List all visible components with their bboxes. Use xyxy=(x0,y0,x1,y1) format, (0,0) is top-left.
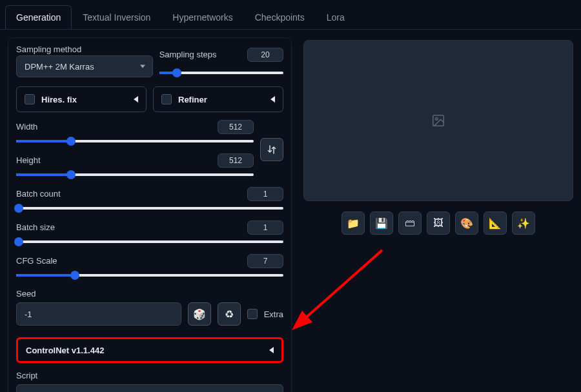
seed-random-button[interactable]: 🎲 xyxy=(188,302,211,326)
folder-icon: 📁 xyxy=(347,217,360,230)
image-placeholder-icon xyxy=(431,113,445,128)
width-slider[interactable] xyxy=(16,137,254,146)
save-icon: 💾 xyxy=(375,217,388,230)
script-select[interactable]: None xyxy=(16,384,283,392)
swap-dimensions-button[interactable] xyxy=(260,138,283,161)
zip-button[interactable]: 🗃 xyxy=(398,211,422,235)
batch-count-label: Batch count xyxy=(16,189,61,199)
controlnet-label: ControlNet v1.1.442 xyxy=(26,346,104,355)
save-button[interactable]: 💾 xyxy=(370,211,393,235)
palette-icon: 🎨 xyxy=(460,217,473,230)
seed-extra-checkbox[interactable] xyxy=(247,309,258,319)
refiner-label: Refiner xyxy=(178,95,207,104)
image-preview[interactable] xyxy=(303,40,573,201)
seed-reuse-button[interactable]: ♻ xyxy=(218,302,241,326)
width-value[interactable]: 512 xyxy=(218,120,254,134)
swap-icon xyxy=(267,144,277,155)
send-to-inpaint-button[interactable]: 🎨 xyxy=(455,211,478,235)
image-icon: 🖼 xyxy=(433,217,443,229)
send-to-extras-button[interactable]: 📐 xyxy=(484,211,507,235)
chevron-left-icon xyxy=(134,96,138,103)
hires-fix-label: Hires. fix xyxy=(41,95,77,104)
width-label: Width xyxy=(16,122,37,132)
sparkles-icon: ✨ xyxy=(517,217,530,230)
batch-count-value[interactable]: 1 xyxy=(247,187,283,201)
sampling-method-label: Sampling method xyxy=(16,44,153,54)
svg-point-1 xyxy=(435,117,438,120)
batch-size-slider[interactable] xyxy=(16,237,283,246)
output-panel: 📁 💾 🗃 🖼 🎨 📐 ✨ xyxy=(303,37,573,392)
settings-panel: Sampling method DPM++ 2M Karras Sampling… xyxy=(8,37,292,392)
seed-extra-label: Extra xyxy=(264,309,283,319)
sampling-steps-slider[interactable] xyxy=(159,68,283,77)
cfg-scale-slider[interactable] xyxy=(16,271,283,280)
batch-count-slider[interactable] xyxy=(16,204,283,213)
script-label: Script xyxy=(16,371,283,380)
cfg-scale-label: CFG Scale xyxy=(16,256,57,266)
refiner-checkbox[interactable] xyxy=(161,94,172,104)
open-folder-button[interactable]: 📁 xyxy=(341,211,365,235)
hires-fix-accordion[interactable]: Hires. fix xyxy=(16,86,147,112)
controlnet-accordion[interactable]: ControlNet v1.1.442 xyxy=(16,337,283,363)
batch-size-label: Batch size xyxy=(16,222,55,232)
tab-checkpoints[interactable]: Checkpoints xyxy=(244,5,316,29)
archive-icon: 🗃 xyxy=(405,217,415,229)
tab-textual-inversion[interactable]: Textual Inversion xyxy=(72,5,161,29)
ruler-icon: 📐 xyxy=(489,217,502,230)
send-to-img2img-button[interactable]: 🖼 xyxy=(427,211,450,235)
tab-generation[interactable]: Generation xyxy=(5,5,72,29)
cfg-scale-value[interactable]: 7 xyxy=(247,254,283,268)
height-label: Height xyxy=(16,155,41,165)
refiner-accordion[interactable]: Refiner xyxy=(153,86,283,112)
dice-icon: 🎲 xyxy=(193,308,206,320)
tab-hypernetworks[interactable]: Hypernetworks xyxy=(161,5,243,29)
sampling-steps-label: Sampling steps xyxy=(159,50,217,59)
output-actions: 📁 💾 🗃 🖼 🎨 📐 ✨ xyxy=(303,211,573,235)
upscale-button[interactable]: ✨ xyxy=(512,211,535,235)
sampling-method-value: DPM++ 2M Karras xyxy=(25,62,94,72)
height-slider[interactable] xyxy=(16,170,254,179)
batch-size-value[interactable]: 1 xyxy=(247,220,283,235)
tab-lora[interactable]: Lora xyxy=(316,5,356,29)
chevron-left-icon xyxy=(270,96,275,103)
seed-label: Seed xyxy=(16,289,283,299)
height-value[interactable]: 512 xyxy=(218,153,254,168)
hires-fix-checkbox[interactable] xyxy=(25,94,35,104)
sampling-steps-value[interactable]: 20 xyxy=(247,48,283,62)
chevron-left-icon xyxy=(269,347,274,353)
tab-bar: Generation Textual Inversion Hypernetwor… xyxy=(0,0,581,30)
seed-value: -1 xyxy=(25,309,32,319)
sampling-method-select[interactable]: DPM++ 2M Karras xyxy=(16,55,153,77)
recycle-icon: ♻ xyxy=(225,308,234,320)
seed-input[interactable]: -1 xyxy=(16,302,181,326)
